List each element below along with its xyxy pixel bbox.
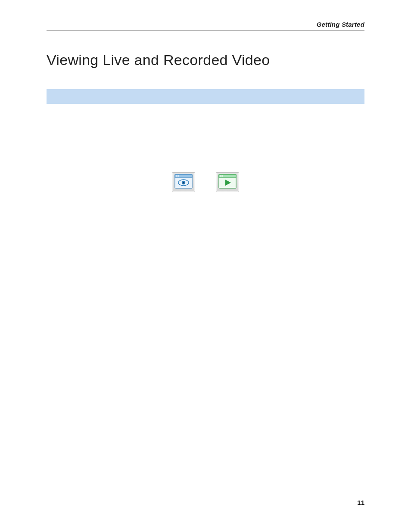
svg-rect-10 (221, 175, 223, 177)
page-footer: 11 (47, 496, 364, 506)
live-view-tile (172, 172, 195, 192)
section-label: Getting Started (317, 21, 364, 28)
page-number: 11 (357, 499, 364, 506)
document-page: Getting Started Viewing Live and Recorde… (0, 0, 411, 532)
svg-rect-2 (176, 175, 177, 177)
live-view-icon (174, 174, 193, 190)
mode-icons-row (0, 172, 411, 192)
section-callout-bar (47, 89, 364, 104)
running-header: Getting Started (47, 21, 364, 31)
svg-point-6 (183, 182, 184, 184)
svg-rect-9 (220, 175, 221, 177)
playback-icon (218, 174, 237, 190)
page-title: Viewing Live and Recorded Video (47, 52, 364, 68)
playback-tile (216, 172, 239, 192)
svg-rect-3 (177, 175, 179, 177)
